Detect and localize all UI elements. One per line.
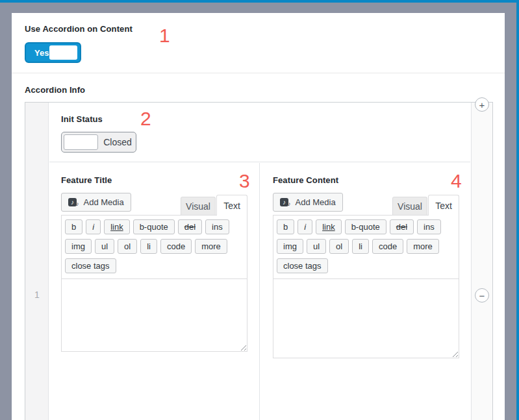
add-row-button[interactable]: + bbox=[475, 97, 489, 112]
add-media-icon: ♪ ♪ bbox=[280, 198, 292, 206]
feature-content-editor: ♪ ♪ Add Media Visual Text b bbox=[273, 193, 459, 358]
quicktags-toolbar: b i link b-quote del ins img ul bbox=[273, 216, 459, 278]
editor-toolbar-header: ♪ ♪ Add Media Visual Text bbox=[61, 193, 247, 215]
annotation-number-3: 3 bbox=[239, 171, 250, 191]
add-media-button[interactable]: ♪ ♪ Add Media bbox=[273, 193, 343, 212]
annotation-number-2: 2 bbox=[140, 109, 151, 129]
editor-box: b i link b-quote del ins img ul bbox=[273, 215, 459, 358]
qt-code-button[interactable]: code bbox=[160, 239, 192, 254]
feature-title-editor: ♪ ♪ Add Media Visual Text b bbox=[61, 193, 247, 352]
qt-ins-button[interactable]: ins bbox=[205, 219, 229, 234]
add-media-label: Add Media bbox=[84, 197, 124, 207]
qt-bold-button[interactable]: b bbox=[277, 219, 294, 234]
row-actions-column bbox=[471, 103, 492, 420]
tab-text[interactable]: Text bbox=[216, 195, 247, 216]
tab-visual[interactable]: Visual bbox=[181, 197, 216, 215]
remove-row-button[interactable]: − bbox=[475, 288, 489, 303]
init-status-toggle[interactable]: Closed bbox=[61, 132, 136, 153]
qt-ul-button[interactable]: ul bbox=[95, 239, 114, 254]
accordion-info-label: Accordion Info bbox=[25, 85, 85, 95]
qt-del-button[interactable]: del bbox=[390, 219, 414, 234]
qt-ol-button[interactable]: ol bbox=[329, 239, 349, 254]
top-accent-bar bbox=[0, 0, 519, 3]
qt-blockquote-button[interactable]: b-quote bbox=[133, 219, 175, 234]
editor-toolbar-header: ♪ ♪ Add Media Visual Text bbox=[273, 193, 459, 215]
qt-li-button[interactable]: li bbox=[352, 239, 369, 254]
qt-ul-button[interactable]: ul bbox=[307, 239, 326, 254]
repeater-table: 1 + − Init Status Closed Feature Title bbox=[25, 102, 493, 420]
qt-img-button[interactable]: img bbox=[65, 239, 92, 254]
qt-more-button[interactable]: more bbox=[407, 239, 439, 254]
feature-content-textarea[interactable] bbox=[273, 278, 459, 358]
qt-img-button[interactable]: img bbox=[277, 239, 303, 254]
add-media-button[interactable]: ♪ ♪ Add Media bbox=[61, 193, 131, 212]
right-accent-bar bbox=[516, 0, 519, 420]
tab-visual[interactable]: Visual bbox=[392, 197, 427, 215]
add-media-label: Add Media bbox=[296, 197, 336, 207]
init-status-field: Init Status Closed bbox=[49, 103, 470, 162]
annotation-number-4: 4 bbox=[451, 171, 462, 191]
qt-link-button[interactable]: link bbox=[316, 219, 342, 234]
add-media-icon: ♪ ♪ bbox=[68, 198, 80, 206]
quicktags-toolbar: b i link b-quote del ins img ul bbox=[62, 216, 247, 278]
feature-content-label: Feature Content bbox=[273, 175, 338, 185]
row-number: 1 bbox=[25, 290, 49, 300]
feature-title-cell: Feature Title ♪ ♪ Add Media Visual bbox=[49, 163, 260, 420]
row-order-column: 1 bbox=[25, 103, 49, 420]
use-accordion-toggle[interactable]: Yes bbox=[25, 42, 81, 63]
use-accordion-label: Use Accordion on Content bbox=[25, 24, 133, 34]
toggle-off-label: Closed bbox=[101, 137, 134, 147]
qt-blockquote-button[interactable]: b-quote bbox=[345, 219, 386, 234]
qt-li-button[interactable]: li bbox=[140, 239, 157, 254]
feature-title-textarea[interactable] bbox=[62, 278, 247, 351]
toggle-knob bbox=[49, 45, 77, 60]
feature-fields-row: Feature Title ♪ ♪ Add Media Visual bbox=[49, 163, 470, 420]
qt-ins-button[interactable]: ins bbox=[417, 219, 441, 234]
qt-ol-button[interactable]: ol bbox=[118, 239, 137, 254]
qt-italic-button[interactable]: i bbox=[297, 219, 312, 234]
feature-title-label: Feature Title bbox=[61, 175, 112, 185]
section-divider bbox=[12, 73, 505, 73]
qt-close-tags-button[interactable]: close tags bbox=[277, 258, 328, 273]
qt-italic-button[interactable]: i bbox=[86, 219, 101, 234]
resize-grip-icon[interactable] bbox=[239, 343, 246, 351]
qt-bold-button[interactable]: b bbox=[65, 219, 82, 234]
settings-panel: Use Accordion on Content Yes Accordion I… bbox=[12, 13, 505, 420]
qt-link-button[interactable]: link bbox=[104, 219, 130, 234]
resize-grip-icon[interactable] bbox=[451, 350, 458, 357]
qt-more-button[interactable]: more bbox=[195, 239, 227, 254]
annotation-number-1: 1 bbox=[159, 26, 170, 45]
editor-box: b i link b-quote del ins img ul bbox=[61, 215, 247, 352]
qt-close-tags-button[interactable]: close tags bbox=[65, 258, 116, 273]
init-status-label: Init Status bbox=[61, 114, 103, 124]
feature-content-cell: Feature Content ♪ ♪ Add Media Visual bbox=[260, 163, 470, 420]
qt-del-button[interactable]: del bbox=[178, 219, 202, 234]
tab-text[interactable]: Text bbox=[428, 195, 459, 216]
toggle-knob bbox=[64, 134, 98, 150]
qt-code-button[interactable]: code bbox=[372, 239, 403, 254]
toggle-on-label: Yes bbox=[34, 48, 49, 58]
row-content: Init Status Closed Feature Title ♪ bbox=[49, 103, 470, 420]
